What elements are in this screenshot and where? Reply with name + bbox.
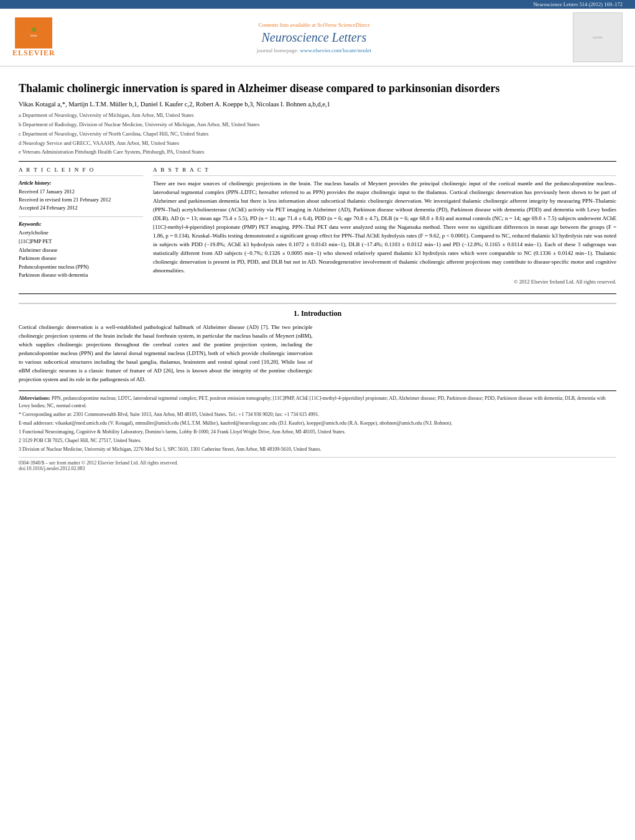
revised-date: Received in revised form 21 February 201… [19,196,143,204]
email-text: vikaskat@med.umich.edu (V. Kotagal), mtm… [55,420,453,426]
keyword-4: Parkinson disease [19,254,143,263]
abbreviations: Abbreviations: PPN, pedunculopontine nuc… [19,395,616,410]
abstract-divider [153,175,616,176]
article-info-abstract-columns: A R T I C L E I N F O Article history: R… [19,167,616,285]
sciverse-link[interactable]: Contents lists available at SciVerse Sci… [55,22,573,28]
keyword-1: Acetylcholine [19,229,143,238]
author-affiliations: a Department of Neurology, University of… [19,111,616,156]
intro-col-2 [323,323,617,384]
accepted-date: Accepted 24 February 2012 [19,204,143,212]
abstract-column: A B S T R A C T There are two major sour… [153,167,616,285]
received-date: Received 17 January 2012 [19,188,143,196]
divider-2 [19,293,616,294]
affiliation-e: e Veterans Administration Pittsburgh Hea… [19,148,616,156]
doi-link: doi:10.1016/j.neulet.2012.02.083 [19,466,85,471]
article-info-column: A R T I C L E I N F O Article history: R… [19,167,143,285]
page: Neuroscience Letters 514 (2012) 169–172 … [0,0,635,840]
affiliation-d: d Neurology Service and GRECC, VAAAHS, A… [19,139,616,147]
copyright-notice: 0304-3940/$ – see front matter © 2012 El… [19,460,178,466]
journal-title-header: Neuroscience Letters [55,30,573,45]
footnote-3: 3 Division of Nuclear Medicine, Universi… [19,446,616,453]
elsevier-logo: 🌿tree ELSEVIER [12,17,55,58]
email-label: E-mail addresses: [19,420,54,426]
footnote-2: 2 3129 POB CB 7025, Chapel Hill, NC 2751… [19,437,616,445]
keyword-3: Alzheimer disease [19,246,143,255]
abstract-paragraph: There are two major sources of cholinerg… [153,180,616,275]
corresponding-author: * Corresponding author at: 2301 Commonwe… [19,411,616,418]
section-number: 1. [294,309,299,318]
affiliation-c: c Department of Neurology, University of… [19,130,616,138]
journal-cover-image: cover [573,12,623,62]
footnotes-section: Abbreviations: PPN, pedunculopontine nuc… [19,390,616,453]
footnote-1: 1 Functional Neuroimaging, Cognitive & M… [19,428,616,436]
abstract-text: There are two major sources of cholinerg… [153,180,616,275]
copyright-line: © 2012 Elsevier Ireland Ltd. All rights … [153,279,616,285]
keyword-6: Parkinson disease with dementia [19,271,143,280]
article-history-block: Article history: Received 17 January 201… [19,175,143,211]
keywords-label: Keywords: [19,221,143,227]
email-addresses: E-mail addresses: vikaskat@med.umich.edu… [19,420,616,427]
abbreviations-label: Abbreviations: [19,395,50,401]
introduction-columns: Cortical cholinergic denervation is a we… [19,323,616,384]
journal-header: 🌿tree ELSEVIER Contents lists available … [0,9,635,67]
article-body: Thalamic cholinergic innervation is spar… [0,67,635,484]
article-title: Thalamic cholinergic innervation is spar… [19,81,616,96]
introduction-section: 1. Introduction Cortical cholinergic den… [19,303,616,384]
journal-header-center: Contents lists available at SciVerse Sci… [55,22,573,53]
affiliation-a: a Department of Neurology, University of… [19,111,616,119]
keyword-2: [11C]PMP PET [19,238,143,246]
abbreviations-text: PPN, pedunculopontine nucleus; LDTC, lat… [19,395,606,408]
journal-citation: Neuroscience Letters 514 (2012) 169–172 [533,1,623,7]
sciverse-name: SciVerse ScienceDirect [317,22,369,28]
abstract-label: A B S T R A C T [153,167,616,173]
article-history-label: Article history: [19,180,143,186]
article-info-label: A R T I C L E I N F O [19,167,143,173]
intro-paragraph-1: Cortical cholinergic denervation is a we… [19,323,313,384]
sciverse-prefix: Contents lists available at [259,22,317,28]
affiliation-b: b Department of Radiology, Division of N… [19,121,616,129]
section-title: Introduction [301,309,341,318]
journal-homepage: journal homepage: www.elsevier.com/locat… [55,47,573,53]
corresponding-text: 2301 Commonwealth Blvd, Suite 1013, Ann … [73,412,319,417]
keyword-5: Pedunculopontine nucleus (PPN) [19,263,143,272]
corresponding-label: * Corresponding author at: [19,412,72,417]
doi-line: 0304-3940/$ – see front matter © 2012 El… [19,457,616,471]
keywords-block: Keywords: Acetylcholine [11C]PMP PET Alz… [19,216,143,280]
elsevier-wordmark: ELSEVIER [12,48,55,58]
introduction-title: 1. Introduction [19,309,616,318]
homepage-link[interactable]: www.elsevier.com/locate/neulet [300,47,371,53]
authors-line: Vikas Kotagal a,*, Martijn L.T.M. Müller… [19,101,616,108]
divider-1 [19,161,616,162]
journal-citation-bar: Neuroscience Letters 514 (2012) 169–172 [0,0,635,9]
intro-col-1: Cortical cholinergic denervation is a we… [19,323,313,384]
